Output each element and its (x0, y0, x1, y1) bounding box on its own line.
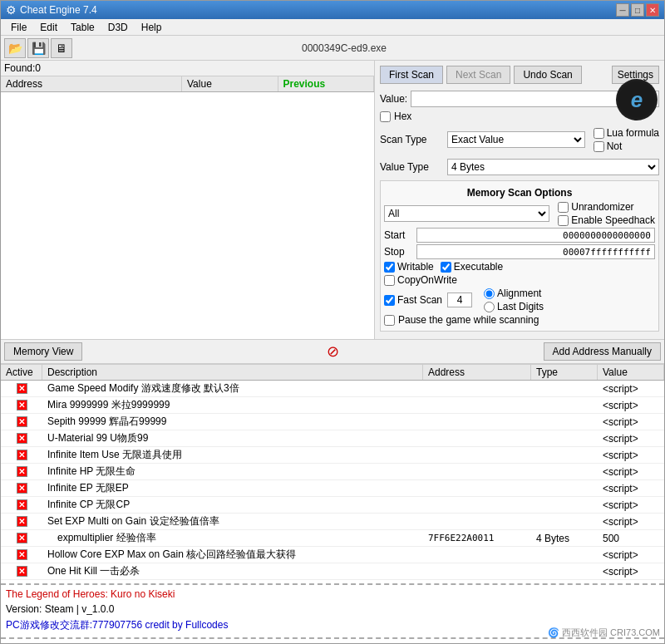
toolbar-monitor-button[interactable]: 🖥 (51, 38, 72, 58)
info-version: Version: Steam | v_1.0.0 (1, 602, 664, 617)
add-address-button[interactable]: Add Address Manually (544, 342, 661, 361)
ct-cell-addr: 7FF6E22A0011 (423, 532, 531, 544)
value-type-row: Value Type 4 Bytes (380, 159, 659, 175)
scan-type-select[interactable]: Exact Value (447, 131, 585, 148)
executable-checkbox[interactable] (441, 262, 451, 273)
value-type-label: Value Type (380, 161, 442, 173)
alignment-radio[interactable] (484, 288, 495, 299)
scan-type-label: Scan Type (380, 134, 442, 145)
ct-cell-value: 500 (598, 532, 664, 545)
next-scan-button[interactable]: Next Scan (446, 66, 510, 84)
value-type-select[interactable]: 4 Bytes (447, 159, 659, 175)
unrandomizer-checkbox[interactable] (558, 202, 569, 213)
menu-file[interactable]: File (4, 20, 33, 35)
watermark: 🌀 西西软件园 CRI73.COM (548, 627, 660, 639)
menu-edit[interactable]: Edit (33, 20, 64, 35)
header-address: Address (1, 76, 182, 91)
ct-cell-active: ✕ (1, 415, 42, 428)
copyonwrite-row: CopyOnWrite (384, 274, 655, 286)
ct-header-active: Active (1, 365, 42, 380)
memory-view-button[interactable]: Memory View (4, 342, 82, 361)
fast-scan-input[interactable] (447, 293, 472, 307)
stop-label: Stop (384, 246, 413, 258)
maximize-button[interactable]: □ (631, 3, 644, 17)
title-bar: ⚙ Cheat Engine 7.4 ─ □ ✕ (1, 1, 664, 19)
not-checkbox[interactable] (594, 141, 604, 152)
menu-help[interactable]: Help (135, 20, 169, 35)
pause-checkbox[interactable] (384, 315, 395, 326)
active-checkbox[interactable]: ✕ (17, 466, 27, 477)
toolbar-open-button[interactable]: 📂 (4, 38, 26, 58)
lua-formula-checkbox[interactable] (594, 128, 604, 139)
table-row[interactable]: ✕ Sepith 99999 辉晶石99999 <script> (1, 414, 664, 430)
menu-table[interactable]: Table (64, 20, 101, 35)
hex-checkbox[interactable] (380, 111, 391, 122)
table-row[interactable]: ✕ Infinite EP 无限EP <script> (1, 480, 664, 497)
ct-cell-addr (423, 405, 531, 406)
table-row[interactable]: ✕ Infinite Item Use 无限道具使用 <script> (1, 447, 664, 464)
ct-cell-desc: Infinite HP 无限生命 (42, 464, 423, 479)
active-checkbox[interactable]: ✕ (17, 499, 27, 510)
ct-cell-value: <script> (598, 482, 664, 495)
ct-cell-desc: Game Speed Modify 游戏速度修改 默认3倍 (42, 381, 423, 396)
table-row[interactable]: ✕ Set EXP Multi on Gain 设定经验值倍率 <script> (1, 514, 664, 530)
ct-cell-desc: U-Material 99 U物质99 (42, 430, 423, 446)
table-row[interactable]: ✕ Game Speed Modify 游戏速度修改 默认3倍 <script> (1, 381, 664, 397)
ct-cell-active: ✕ (1, 532, 42, 544)
ct-cell-type (531, 504, 598, 506)
fast-scan-checkbox[interactable] (384, 295, 395, 306)
active-checkbox[interactable]: ✕ (17, 549, 27, 560)
bottom-toolbar: Memory View ⊘ Add Address Manually (1, 339, 664, 364)
ct-cell-value: <script> (598, 382, 664, 396)
ct-cell-value: <script> (598, 565, 664, 578)
table-row[interactable]: ✕ Hollow Core EXP Max on Gain 核心回路经验值最大获… (1, 547, 664, 563)
ct-cell-desc: Sepith 99999 辉晶石99999 (42, 414, 423, 430)
memory-scan-type-row: All Unrandomizer Enable Speedhack (384, 201, 655, 226)
ct-header-value: Value (598, 365, 664, 380)
ct-header-type: Type (531, 365, 598, 380)
table-row[interactable]: ✕ One Hit Kill 一击必杀 <script> (1, 563, 664, 580)
ct-cell-addr (423, 421, 531, 423)
ct-header-address: Address (423, 365, 531, 380)
copyonwrite-checkbox-row: CopyOnWrite (384, 274, 457, 286)
active-checkbox[interactable]: ✕ (17, 383, 27, 394)
undo-scan-button[interactable]: Undo Scan (514, 66, 581, 84)
last-digits-radio[interactable] (484, 302, 495, 312)
active-checkbox[interactable]: ✕ (17, 450, 27, 460)
toolbar-save-button[interactable]: 💾 (27, 38, 49, 58)
fast-scan-checkbox-row: Fast Scan (384, 294, 442, 306)
menu-d3d[interactable]: D3D (101, 20, 135, 35)
copyonwrite-checkbox[interactable] (384, 275, 395, 286)
speedhack-checkbox[interactable] (558, 215, 569, 226)
unrandomizer-label: Unrandomizer (571, 201, 633, 213)
unrandomizer-row: Unrandomizer (558, 201, 655, 213)
table-row[interactable]: ✕ Infinite HP 无限生命 <script> (1, 464, 664, 480)
table-row[interactable]: ✕ Infinite CP 无限CP <script> (1, 497, 664, 514)
found-label: Found:0 (4, 62, 41, 74)
ct-cell-addr (423, 438, 531, 440)
memory-scan-type-select[interactable]: All (384, 205, 549, 222)
active-checkbox[interactable]: ✕ (17, 400, 27, 410)
ct-cell-addr (423, 554, 531, 556)
table-row[interactable]: ✕ expmultiplier 经验倍率 7FF6E22A0011 4 Byte… (1, 530, 664, 547)
close-button[interactable]: ✕ (646, 3, 659, 17)
writable-checkbox[interactable] (384, 262, 395, 273)
logo-spacer (616, 38, 661, 58)
start-input[interactable] (416, 228, 655, 243)
table-row[interactable]: ✕ U-Material 99 U物质99 <script> (1, 430, 664, 447)
stop-input[interactable] (416, 244, 655, 259)
not-row: Not (594, 140, 659, 152)
first-scan-button[interactable]: First Scan (380, 66, 443, 84)
ct-cell-desc: Infinite Item Use 无限道具使用 (42, 447, 423, 463)
ct-cell-addr (423, 471, 531, 473)
active-checkbox[interactable]: ✕ (17, 533, 27, 543)
executable-label: Executable (454, 261, 503, 273)
toolbar: 📂 💾 🖥 0000349C-ed9.exe (1, 36, 664, 61)
active-checkbox[interactable]: ✕ (17, 566, 27, 577)
active-checkbox[interactable]: ✕ (17, 416, 27, 427)
minimize-button[interactable]: ─ (616, 3, 629, 17)
active-checkbox[interactable]: ✕ (17, 516, 27, 527)
table-row[interactable]: ✕ Mira 9999999 米拉9999999 <script> (1, 397, 664, 414)
active-checkbox[interactable]: ✕ (17, 433, 27, 444)
active-checkbox[interactable]: ✕ (17, 483, 27, 494)
